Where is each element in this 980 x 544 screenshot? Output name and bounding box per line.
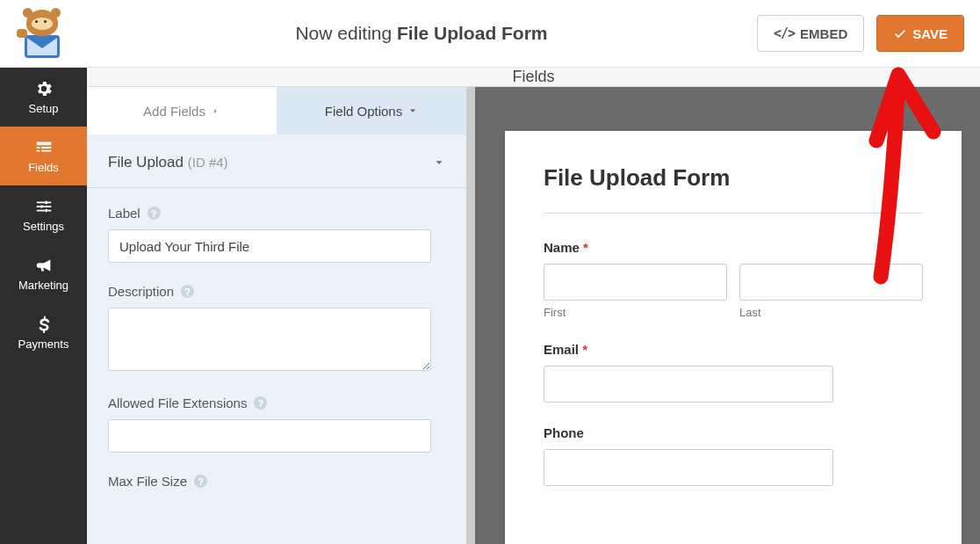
description-input[interactable] <box>108 308 431 371</box>
chevron-down-icon <box>407 105 418 116</box>
help-icon[interactable]: ? <box>194 475 207 488</box>
tab-field-options[interactable]: Field Options <box>277 87 466 134</box>
nav-item-marketing[interactable]: Marketing <box>0 244 87 303</box>
email-field[interactable]: Email * <box>544 342 923 403</box>
form-name-text: File Upload Form <box>397 23 548 43</box>
name-label: Name <box>544 240 580 255</box>
side-nav: Setup Fields Settings Marketing Payments <box>0 68 87 544</box>
allowed-extensions-label: Allowed File Extensions <box>108 395 247 410</box>
last-name-input[interactable] <box>739 264 923 301</box>
required-asterisk: * <box>580 240 588 255</box>
form-icon <box>34 138 54 157</box>
email-input[interactable] <box>544 366 833 403</box>
svg-point-1 <box>40 205 43 208</box>
required-asterisk: * <box>579 342 587 357</box>
nav-item-fields[interactable]: Fields <box>0 127 87 185</box>
nav-item-settings[interactable]: Settings <box>0 185 87 244</box>
chevron-down-icon <box>433 156 445 169</box>
builder-title-bar: Fields <box>87 68 980 87</box>
field-id-text: (ID #4) <box>188 155 228 170</box>
divider <box>544 213 923 214</box>
preview-area: File Upload Form Name * First <box>475 87 980 544</box>
chevron-right-icon <box>211 106 220 116</box>
save-button[interactable]: SAVE <box>876 15 964 52</box>
email-label: Email <box>544 342 579 357</box>
max-file-size-label: Max File Size <box>108 474 187 489</box>
help-icon[interactable]: ? <box>181 285 194 298</box>
sliders-icon <box>34 197 54 216</box>
nav-item-setup[interactable]: Setup <box>0 68 87 127</box>
builder-area: Fields Add Fields Field Options <box>87 68 980 544</box>
app-logo <box>16 10 68 58</box>
preview-form-title: File Upload Form <box>544 164 923 192</box>
gear-icon <box>34 79 54 98</box>
panel-scrollbar[interactable] <box>466 87 475 544</box>
description-label: Description <box>108 284 174 299</box>
nav-label: Settings <box>23 220 64 233</box>
nav-item-payments[interactable]: Payments <box>0 303 87 362</box>
dollar-icon <box>34 315 54 334</box>
help-icon[interactable]: ? <box>254 396 267 410</box>
panel-tabs: Add Fields Field Options <box>87 87 466 134</box>
bullhorn-icon <box>34 256 54 275</box>
top-bar: Now editing File Upload Form </> EMBED S… <box>0 0 980 68</box>
allowed-extensions-input[interactable] <box>108 419 431 453</box>
code-icon: </> <box>774 25 795 41</box>
label-input[interactable] <box>108 229 431 263</box>
phone-input[interactable] <box>544 449 833 486</box>
phone-field[interactable]: Phone <box>544 425 923 486</box>
field-collapse-header[interactable]: File Upload (ID #4) <box>87 134 466 188</box>
form-preview-card: File Upload Form Name * First <box>505 131 962 544</box>
label-label: Label <box>108 206 141 221</box>
field-type-name: File Upload <box>108 154 184 170</box>
phone-label: Phone <box>544 425 584 440</box>
embed-button[interactable]: </> EMBED <box>757 15 864 52</box>
name-field[interactable]: Name * First Last <box>544 240 923 319</box>
svg-point-0 <box>44 201 47 205</box>
check-icon <box>893 26 907 40</box>
svg-point-2 <box>44 209 47 213</box>
tab-add-fields[interactable]: Add Fields <box>87 87 277 134</box>
first-name-input[interactable] <box>544 264 727 301</box>
left-panel: Add Fields Field Options File Upload (ID… <box>87 87 466 544</box>
nav-label: Setup <box>29 102 59 115</box>
page-title: Now editing File Upload Form <box>86 23 757 44</box>
help-icon[interactable]: ? <box>148 207 161 220</box>
save-button-label: SAVE <box>912 26 948 41</box>
now-editing-text: Now editing <box>295 23 392 43</box>
nav-label: Fields <box>28 161 59 174</box>
nav-label: Payments <box>18 337 69 351</box>
last-sublabel: Last <box>739 306 923 319</box>
nav-label: Marketing <box>18 279 68 292</box>
embed-button-label: EMBED <box>800 26 847 41</box>
first-sublabel: First <box>544 306 727 319</box>
